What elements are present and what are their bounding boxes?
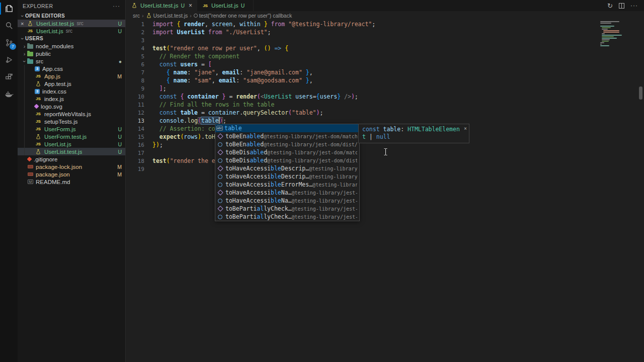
tree-item-setupTests.js[interactable]: JSsetupTests.js: [18, 118, 125, 125]
code-line-11[interactable]: 11 // Find all the rows in the table: [126, 101, 644, 109]
chevron-right-icon: ›: [22, 51, 27, 57]
line-text: test("render one row per user", () => {: [152, 45, 288, 52]
workspace-header[interactable]: › USERS: [18, 35, 125, 42]
code-line-17[interactable]: 17: [126, 149, 644, 157]
tree-item-index.js[interactable]: JSindex.js: [18, 95, 125, 103]
suggest-detail: @testing-library/jest-dom/dist/…: [264, 142, 357, 147]
tree-item-public[interactable]: ›public: [18, 50, 125, 57]
docker-icon[interactable]: [0, 85, 18, 103]
scrollbar-thumb[interactable]: [639, 86, 642, 100]
suggest-item[interactable]: toHaveAccessibleDescrip…@testing-library…: [215, 172, 359, 180]
close-icon[interactable]: ×: [189, 2, 192, 9]
code-line-19[interactable]: 19: [126, 165, 644, 173]
file-name: UserList.test.js: [44, 149, 82, 155]
tree-item-index.css[interactable]: 3index.css: [18, 87, 125, 95]
breadcrumb-item[interactable]: test("render one row per user") callback: [194, 13, 292, 19]
breadcrumb-item[interactable]: src: [133, 13, 140, 19]
minimap-line: [600, 26, 614, 27]
tree-item-package-lock.json[interactable]: package-lock.jsonM: [18, 163, 125, 170]
code-line-8[interactable]: 8 { name: "sam", email: "sam@goodsam.com…: [126, 76, 644, 84]
tree-item-UserList.test.js[interactable]: UserList.test.jsU: [18, 148, 125, 155]
suggest-detail: @testing-library…: [309, 174, 357, 179]
code-line-4[interactable]: 4test("render one row per user", () => {: [126, 44, 644, 52]
code-line-12[interactable]: 12 const table = container.querySelector…: [126, 109, 644, 117]
code-line-1[interactable]: 1import { render, screen, within } from …: [126, 20, 644, 28]
modified-dot: ●: [119, 58, 122, 64]
symbol-method-icon: [216, 132, 224, 140]
code-line-5[interactable]: 5 // Render the component: [126, 52, 644, 60]
tree-item-node_modules[interactable]: ›node_modules: [18, 42, 125, 50]
suggest-item[interactable]: toHaveAccessibleErrorMes…@testing-librar…: [215, 180, 359, 189]
minimap[interactable]: [600, 21, 626, 47]
suggest-item[interactable]: toHaveAccessibleNa…@testing-library/jest…: [215, 189, 359, 197]
tree-item-App.css[interactable]: 3App.css: [18, 65, 125, 72]
suggest-item[interactable]: toBeEnabled@testing-library/jest-dom/mat…: [215, 132, 359, 140]
extensions-icon[interactable]: [0, 68, 18, 85]
test-icon: [35, 81, 42, 87]
explorer-icon[interactable]: [0, 0, 18, 17]
source-control-icon[interactable]: 7: [0, 34, 18, 51]
code-line-9[interactable]: 9 ];: [126, 84, 644, 93]
line-text: { name: "jane", email: "jane@gmail.com" …: [152, 69, 313, 76]
code-line-6[interactable]: 6 const users = [: [126, 60, 644, 68]
folder-icon: [27, 59, 33, 64]
tree-item-UserList.js[interactable]: JSUserList.jsU: [18, 140, 125, 148]
line-number: 15: [126, 133, 144, 141]
open-editor-item[interactable]: ×UserList.test.jssrcU: [18, 20, 125, 27]
breadcrumb-item[interactable]: UserList.test.js: [146, 13, 188, 19]
suggest-label: toBeDisabled: [225, 157, 267, 164]
git-status-badge: U: [118, 134, 122, 140]
tree-item-README.md[interactable]: MREADME.md: [18, 178, 125, 186]
code-line-10[interactable]: 10 const { container } = render(<UserLis…: [126, 93, 644, 101]
suggest-item[interactable]: abctable: [215, 124, 359, 132]
css-icon: 3: [35, 66, 40, 71]
tab-UserList.js[interactable]: JSUserList.jsU: [197, 0, 254, 11]
tree-item-UserForm.test.js[interactable]: UserForm.test.jsU: [18, 133, 125, 140]
tree-item-src[interactable]: ›src●: [18, 57, 125, 65]
search-icon[interactable]: [0, 17, 18, 34]
code-line-18[interactable]: 18test("render the em: [126, 157, 644, 165]
tree-item-UserForm.js[interactable]: JSUserForm.jsU: [18, 125, 125, 133]
file-name: src: [36, 58, 43, 64]
code-line-3[interactable]: 3: [126, 36, 644, 44]
git-status-badge: U: [181, 3, 185, 9]
suggest-item[interactable]: toBeEnabled@testing-library/jest-dom/dis…: [215, 140, 359, 148]
hover-popup: × const table: HTMLTableElement | null: [358, 124, 469, 143]
run-icon[interactable]: ↻: [607, 2, 613, 10]
close-icon[interactable]: ×: [21, 21, 27, 27]
tree-item-App.js[interactable]: JSApp.jsM: [18, 72, 125, 80]
git-status-badge: U: [118, 28, 122, 34]
open-editor-item[interactable]: JSUserList.jssrcU: [18, 27, 125, 35]
tree-item-.gitignore[interactable]: .gitignore: [18, 155, 125, 163]
symbol-method-icon: [216, 156, 224, 164]
git-status-badge: U: [118, 21, 122, 27]
code-line-7[interactable]: 7 { name: "jane", email: "jane@gmail.com…: [126, 68, 644, 76]
tree-item-logo.svg[interactable]: logo.svg: [18, 103, 125, 110]
open-editors-header[interactable]: › OPEN EDITORS: [18, 12, 125, 20]
js-icon: JS: [35, 111, 42, 117]
tree-item-App.test.js[interactable]: App.test.js: [18, 80, 125, 87]
indent-guide: [24, 125, 25, 133]
file-name: UserList.js: [36, 28, 63, 34]
tab-UserList.test.js[interactable]: UserList.test.jsU×: [126, 0, 197, 11]
code-line-2[interactable]: 2import UserList from "./UserList";: [126, 28, 644, 36]
tree-item-package.json[interactable]: package.jsonM: [18, 170, 125, 178]
suggest-item[interactable]: toHaveAccessibleNa…@testing-library/jest…: [215, 197, 359, 205]
minimap-line: [602, 33, 605, 34]
more-actions-icon[interactable]: ···: [630, 2, 638, 9]
suggest-item[interactable]: toBeDisabled@testing-library/jest-dom/ma…: [215, 148, 359, 156]
split-editor-icon[interactable]: [619, 3, 624, 9]
suggest-item[interactable]: toBePartiallyCheck…@testing-library/jest…: [215, 205, 359, 213]
suggest-item[interactable]: toHaveAccessibleDescrip…@testing-library…: [215, 164, 359, 172]
line-text: import UserList from "./UserList";: [152, 29, 271, 36]
suggest-item[interactable]: toBePartiallyCheck…@testing-library/jest…: [215, 213, 359, 221]
line-text: import { render, screen, within } from "…: [152, 21, 375, 28]
suggest-label: table: [224, 125, 242, 132]
line-number: 2: [126, 29, 144, 37]
run-debug-icon[interactable]: [0, 51, 18, 68]
tree-item-reportWebVitals.js[interactable]: JSreportWebVitals.js: [18, 110, 125, 118]
explorer-more-actions-icon[interactable]: ···: [113, 3, 120, 10]
code-editor[interactable]: 1import { render, screen, within } from …: [126, 20, 644, 173]
close-icon[interactable]: ×: [464, 125, 467, 132]
suggest-item[interactable]: toBeDisabled@testing-library/jest-dom/di…: [215, 156, 359, 164]
